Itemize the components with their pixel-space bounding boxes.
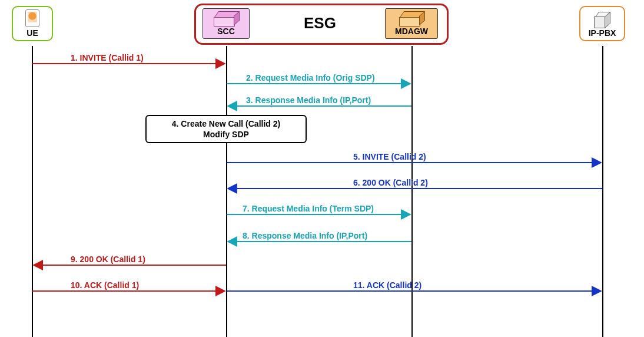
msg-6-label: 6. 200 OK (Callid 2) (353, 178, 428, 187)
msg-2-label: 2. Request Media Info (Orig SDP) (246, 73, 375, 82)
participant-scc: SCC (203, 8, 250, 39)
lifeline-mdagw (411, 46, 413, 337)
lifeline-scc (226, 46, 227, 337)
participant-mdagw: MDAGW (385, 8, 438, 39)
msg-3-label: 3. Response Media Info (IP,Port) (246, 95, 371, 105)
note-line2: Modify SDP (152, 129, 300, 140)
server-icon (399, 11, 424, 24)
participant-ippbx: IP-PBX (579, 6, 625, 41)
participant-ue: UE (12, 6, 53, 41)
sequence-diagram: ESG UE SCC MDAGW IP-PBX 4. Create New Ca… (0, 0, 644, 337)
msg-11-label: 11. ACK (Callid 2) (353, 280, 421, 290)
participant-scc-label: SCC (217, 27, 235, 36)
server-icon (214, 11, 238, 24)
cube-icon (594, 11, 610, 27)
note-line1: 4. Create New Call (Callid 2) (152, 118, 300, 129)
participant-mdagw-label: MDAGW (395, 27, 428, 36)
participant-ue-label: UE (26, 28, 38, 38)
msg-10-label: 10. ACK (Callid 1) (71, 280, 139, 290)
msg-1-label: 1. INVITE (Callid 1) (71, 53, 144, 62)
msg-9-label: 9. 200 OK (Callid 1) (71, 255, 145, 264)
note-create-call: 4. Create New Call (Callid 2) Modify SDP (145, 115, 307, 143)
lifeline-ue (32, 46, 33, 337)
phone-icon (25, 9, 39, 27)
msg-7-label: 7. Request Media Info (Term SDP) (243, 204, 374, 213)
group-esg-label: ESG (304, 14, 336, 32)
lifeline-ippbx (602, 46, 603, 337)
msg-8-label: 8. Response Media Info (IP,Port) (243, 231, 367, 240)
msg-5-label: 5. INVITE (Callid 2) (353, 152, 426, 161)
participant-ippbx-label: IP-PBX (589, 28, 616, 38)
